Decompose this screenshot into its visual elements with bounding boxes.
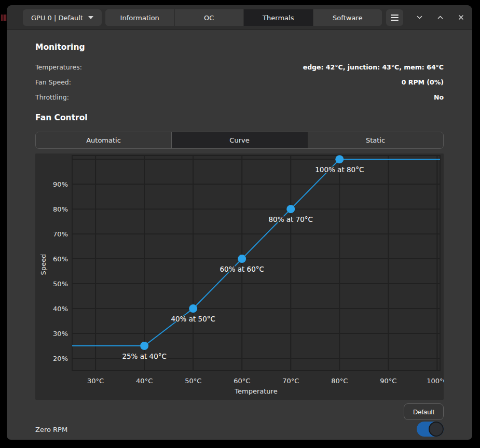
toggle-knob: [429, 422, 444, 437]
zero-rpm-toggle[interactable]: [417, 422, 444, 437]
fan-mode-automatic-label: Automatic: [86, 136, 121, 144]
hamburger-icon: [391, 15, 399, 16]
curve-point[interactable]: [189, 304, 197, 313]
fan-curve-chart-panel: 25% at 40°C40% at 50°C60% at 60°C80% at …: [35, 153, 444, 400]
fan-speed-label: Fan Speed:: [35, 78, 71, 86]
desktop-screen: GPU 0 | Default Information OC Thermals …: [0, 0, 480, 448]
close-icon: [457, 13, 465, 21]
x-axis-tick-label: 50°C: [185, 377, 201, 385]
y-axis-tick-label: 90%: [53, 180, 68, 188]
maximize-button[interactable]: [436, 13, 445, 22]
x-axis-tick-label: 90°C: [380, 377, 396, 385]
default-button[interactable]: Default: [404, 403, 444, 420]
fan-control-title: Fan Control: [35, 113, 88, 122]
x-axis-title: Temperature: [234, 387, 277, 395]
x-axis-tick-label: 30°C: [87, 377, 104, 385]
y-axis-tick-label: 80%: [53, 205, 68, 213]
throttling-label: Throttling:: [35, 93, 69, 101]
fan-curve-line: [72, 159, 440, 346]
curve-point[interactable]: [238, 255, 246, 263]
curve-point-label: 40% at 50°C: [171, 315, 215, 323]
y-axis-tick-label: 30%: [53, 330, 68, 338]
gpu-selector-dropdown[interactable]: GPU 0 | Default: [23, 9, 102, 26]
tab-oc[interactable]: OC: [175, 9, 244, 26]
curve-point-label: 100% at 80°C: [315, 165, 364, 174]
throttling-value: No: [434, 93, 444, 101]
chevron-down-icon: [88, 16, 93, 19]
fan-mode-segmented-control: Automatic Curve Static: [35, 132, 444, 149]
curve-point-label: 80% at 70°C: [269, 215, 313, 223]
fan-curve-chart[interactable]: 25% at 40°C40% at 50°C60% at 60°C80% at …: [35, 153, 444, 400]
fan-mode-curve-label: Curve: [229, 136, 249, 144]
temperatures-label: Temperatures:: [35, 63, 82, 71]
curve-point-label: 25% at 40°C: [122, 352, 167, 360]
fan-speed-row: Fan Speed: 0 RPM (0%): [35, 77, 444, 87]
curve-point[interactable]: [335, 155, 344, 163]
tab-oc-label: OC: [204, 14, 214, 22]
x-axis-tick-label: 100°C: [427, 377, 444, 385]
tab-thermals[interactable]: Thermals: [244, 9, 313, 26]
fan-mode-automatic[interactable]: Automatic: [36, 132, 172, 148]
fan-speed-value: 0 RPM (0%): [402, 78, 444, 86]
curve-point-label: 60% at 60°C: [220, 265, 264, 273]
y-axis-title: Speed: [39, 254, 47, 275]
x-axis-tick-label: 70°C: [282, 377, 299, 385]
minimize-button[interactable]: [415, 13, 424, 22]
y-axis-tick-label: 60%: [53, 255, 68, 263]
tab-thermals-label: Thermals: [263, 14, 294, 22]
x-axis-tick-label: 80°C: [331, 377, 348, 385]
fan-mode-curve[interactable]: Curve: [172, 132, 308, 148]
y-axis-tick-label: 70%: [53, 230, 68, 238]
tab-information-label: Information: [120, 14, 159, 22]
y-axis-tick-label: 20%: [53, 355, 68, 362]
x-axis-tick-label: 40°C: [136, 377, 153, 385]
gpu-selector-label: GPU 0 | Default: [31, 14, 83, 22]
tab-software-label: Software: [333, 14, 362, 22]
zero-rpm-label: Zero RPM: [35, 426, 67, 433]
curve-point[interactable]: [286, 205, 295, 213]
x-axis-tick-label: 60°C: [234, 377, 250, 385]
fan-mode-static-label: Static: [366, 136, 385, 144]
chevron-up-icon: [436, 13, 444, 21]
y-axis-tick-label: 40%: [53, 305, 68, 313]
temperatures-row: Temperatures: edge: 42°C, junction: 43°C…: [35, 62, 444, 72]
plot-border: [72, 156, 440, 371]
headerbar: GPU 0 | Default Information OC Thermals …: [7, 5, 472, 30]
chevron-down-icon: [416, 13, 423, 21]
app-menu-button[interactable]: [386, 9, 403, 26]
temperatures-value: edge: 42°C, junction: 43°C, mem: 64°C: [303, 63, 444, 71]
fan-mode-static[interactable]: Static: [308, 132, 443, 148]
tab-software[interactable]: Software: [313, 9, 382, 26]
throttling-row: Throttling: No: [35, 92, 444, 102]
close-button[interactable]: [457, 13, 465, 22]
gpu-control-window: GPU 0 | Default Information OC Thermals …: [7, 5, 472, 440]
tab-information[interactable]: Information: [105, 9, 175, 26]
y-axis-tick-label: 50%: [53, 280, 68, 288]
main-tab-group: Information OC Thermals Software: [105, 9, 382, 26]
monitoring-title: Monitoring: [35, 43, 85, 52]
curve-point[interactable]: [140, 342, 148, 350]
